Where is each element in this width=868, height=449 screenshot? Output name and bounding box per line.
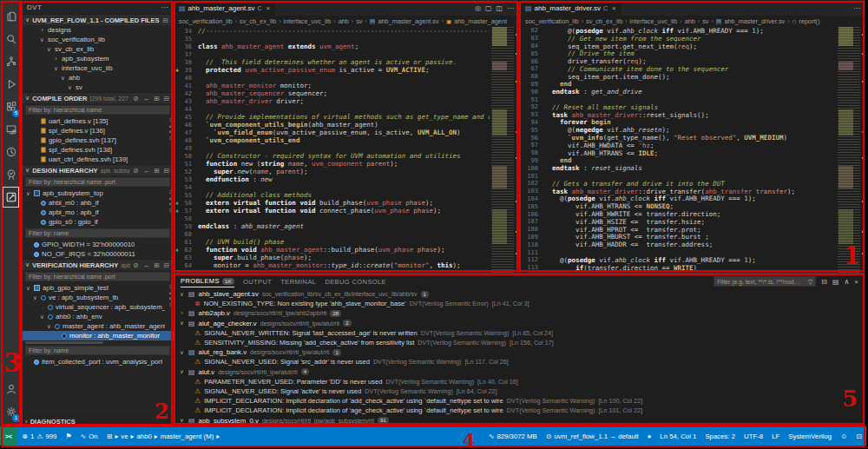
memory-usage[interactable]: ∿ 829/3072 MB <box>484 432 542 440</box>
move-down-bottom-icon[interactable]: ↧ <box>168 208 173 214</box>
collapse-all-icon[interactable]: ⊟ <box>821 278 827 286</box>
fit-icon[interactable]: ↔ <box>142 261 151 269</box>
view-as-table-icon[interactable]: ▤ <box>832 278 839 286</box>
problems-issue-row[interactable]: ⚠SENSITIVITY_MISSING: Missing 'add_check… <box>174 338 865 347</box>
panel-tab-debug-console[interactable]: DEBUG CONSOLE <box>325 276 386 287</box>
breadcrumb-item[interactable]: ahb <box>339 17 349 25</box>
list-reorder-arrows[interactable]: ↥▲▼↧ <box>168 284 173 308</box>
minimap[interactable] <box>491 27 514 273</box>
problems-file-row[interactable]: ∨▤alut.vdesigns/socv/rtl/rtl_lpw/alut/rt… <box>174 367 865 377</box>
minimap[interactable] <box>838 27 860 273</box>
tree-item[interactable]: ∨ahb <box>22 73 174 83</box>
breadcrumb-file[interactable]: ahb_master_driver.sv <box>724 17 785 25</box>
tree-item[interactable]: GPIO_WIDTH = 32'h00000010 <box>22 240 174 249</box>
tree-item[interactable]: ∨master_agent : ahb_master_agent <box>22 321 174 331</box>
breadcrumb-item[interactable]: ahb <box>685 17 695 25</box>
remote-indicator[interactable]: >< <box>0 426 17 446</box>
move-up-top-icon[interactable]: ↥ <box>168 117 173 123</box>
group-icon[interactable]: ⊞ <box>153 95 160 102</box>
move-up-icon[interactable]: ▲ <box>168 195 173 201</box>
flag-status[interactable]: ⚑ <box>61 432 76 440</box>
breadcrumb-file[interactable]: ahb_master_agent.sv <box>378 17 438 25</box>
tree-item[interactable]: ∨sv <box>22 83 174 92</box>
code-editor[interactable]: 82 @(posedge vif.ahb_clock iff vif.AHB_H… <box>520 27 836 273</box>
breadcrumb-item[interactable]: sv_cb_ex_lib <box>240 17 276 25</box>
encoding[interactable]: UTF-8 <box>740 432 767 440</box>
move-down-icon[interactable]: ▼ <box>168 129 173 135</box>
split-icon[interactable]: ◫ <box>496 4 503 12</box>
problems-issue-row[interactable]: ⚠SIGNAL_NEVER_USED: Signal 'src_addr' is… <box>174 357 865 366</box>
compiled-files-section-header[interactable]: ∨UVM_REF_FLOW_1.1 - COMPILED FILES⊟ <box>22 14 174 25</box>
tree-item[interactable]: uart_ctrl_defines.svh [139] <box>22 155 174 164</box>
collapse-icon[interactable]: ⊟ <box>161 17 168 24</box>
horizontal-scrollbar[interactable] <box>25 341 103 344</box>
compile-order-filter-input[interactable]: Filter by: hierarchical name <box>25 105 170 115</box>
tree-item[interactable]: ∨apb_gpio_simple_test <box>22 283 174 293</box>
problems-issue-row[interactable]: ⚠IMPLICIT_DECLARATION: Implicit declarat… <box>174 406 865 415</box>
tree-item[interactable]: ∨interface_uvc_lib <box>22 63 174 73</box>
collapse-icon[interactable]: ⊟ <box>163 167 170 175</box>
breadcrumb-item[interactable]: sv <box>356 17 362 25</box>
toggle-status[interactable]: ∿ On <box>76 432 102 440</box>
group-icon[interactable]: ⊞ <box>153 167 160 175</box>
problems-issue-row[interactable]: ⚠IMPLICIT_DECLARATION: Implicit declarat… <box>174 396 865 406</box>
tree-item[interactable]: monitor : ahb_master_monitor <box>22 331 174 340</box>
maximize-panel-icon[interactable]: ∧ <box>844 278 849 286</box>
list-reorder-arrows[interactable]: ↥▲▼↧ <box>168 117 173 142</box>
fit-icon[interactable]: ↔ <box>142 167 151 175</box>
move-up-top-icon[interactable]: ↥ <box>168 284 173 290</box>
dvt-tools-icon[interactable] <box>2 186 20 208</box>
close-panel-icon[interactable]: × <box>854 278 858 286</box>
tree-item[interactable]: apbi_mo : apb_if <box>22 208 174 217</box>
problems-file-row[interactable]: ∨▤alut_reg_bank.vdesigns/socv/rtl/rtl_lp… <box>174 347 865 357</box>
problems-file-row[interactable]: ›▤ahb2apb.vdesigns/socv/rtl/rtl_lpw/ahb2… <box>174 308 865 318</box>
remote-explorer-icon[interactable] <box>2 118 20 141</box>
build-config[interactable]: ⊙ uvm_ref_flow_1.1 → default <box>542 432 643 440</box>
diagnostics-section-header[interactable]: ›DIAGNOSTICS <box>22 415 174 426</box>
hierarchy-segment[interactable]: ahb0 <box>137 432 152 440</box>
design-hierarchy-name-filter-input[interactable]: Filter by: name <box>25 228 170 238</box>
account-icon[interactable] <box>2 378 20 400</box>
language-mode[interactable]: SystemVerilog <box>784 432 836 440</box>
design-hierarchy-filter-input[interactable]: Filter by: hierarchical name .port <box>25 177 170 187</box>
editor-tab[interactable]: ▤ahb_master_agent.svC× <box>174 0 276 16</box>
tree-item[interactable]: NO_OF_IRQS = 32'h00000011 <box>22 249 174 259</box>
move-up-top-icon[interactable]: ↥ <box>168 189 173 195</box>
breadcrumb-symbol[interactable]: ahb_master_agent <box>454 17 507 25</box>
more-actions-icon[interactable]: ⋯ <box>161 3 169 11</box>
collapse-icon[interactable]: ⊟ <box>163 261 170 269</box>
tree-item[interactable]: ›apb_subsystem <box>22 54 174 63</box>
problems-issue-row[interactable]: ⊗NON_EXISTING_TYPE: Non existing type 'a… <box>174 299 865 308</box>
problems-file-row[interactable]: ∨▤ahb_slave_agent.svsoc_verification_lib… <box>174 289 865 299</box>
tree-item[interactable]: ∨apb_subsystem_top <box>22 188 174 198</box>
breadcrumb-item[interactable]: interface_uvc_lib <box>630 17 678 25</box>
move-down-bottom-icon[interactable]: ↧ <box>168 135 173 142</box>
source-control-icon[interactable] <box>2 50 20 73</box>
hierarchy-segment[interactable]: ve <box>121 432 128 440</box>
extensions-icon[interactable]: 5 <box>2 96 20 118</box>
clear-icon[interactable]: ⊘ <box>133 261 140 269</box>
close-icon[interactable]: × <box>612 4 616 12</box>
dvt-checks-icon[interactable] <box>2 163 20 186</box>
code-editor[interactable]: 34//------------------------------------… <box>174 27 490 273</box>
dvt-flows-icon[interactable] <box>2 141 20 163</box>
more-actions-icon[interactable]: ⋯ <box>853 4 860 12</box>
tree-item[interactable]: gpio_defines.svh [137] <box>22 135 174 145</box>
problems-filter-input[interactable]: Filter (e.g. text, **/*.ts, !**/nod…▽ <box>713 276 816 287</box>
list-reorder-arrows[interactable]: ↥▲▼↧ <box>168 189 173 214</box>
eol[interactable]: LF <box>767 432 784 440</box>
problems-issue-row[interactable]: ⚠SIGNAL_NEVER_USED: Signal 'active' is n… <box>174 386 865 396</box>
panel-tab-output[interactable]: OUTPUT <box>243 276 272 287</box>
tree-item[interactable]: gpio_s0 : gpio_if <box>22 217 174 227</box>
breadcrumb-item[interactable]: soc_verification_lib <box>525 17 579 25</box>
tree-item[interactable]: ∨sv_cb_ex_lib <box>22 44 174 54</box>
problems-issue-row[interactable]: ⚠SIGNAL_NEVER_WRITTEN: Signal 'last_acce… <box>174 328 865 338</box>
more-actions-icon[interactable]: ⋯ <box>507 4 514 12</box>
move-down-bottom-icon[interactable]: ↧ <box>168 302 173 308</box>
fit-icon[interactable]: ↔ <box>142 95 151 102</box>
clear-icon[interactable]: ⊘ <box>133 167 140 175</box>
breadcrumb-item[interactable]: sv <box>702 17 708 25</box>
tree-item[interactable]: spi_defines.svh [138] <box>22 145 174 155</box>
tree-item[interactable]: spi_defines.v [136] <box>22 126 174 135</box>
move-down-icon[interactable]: ▼ <box>168 201 173 208</box>
